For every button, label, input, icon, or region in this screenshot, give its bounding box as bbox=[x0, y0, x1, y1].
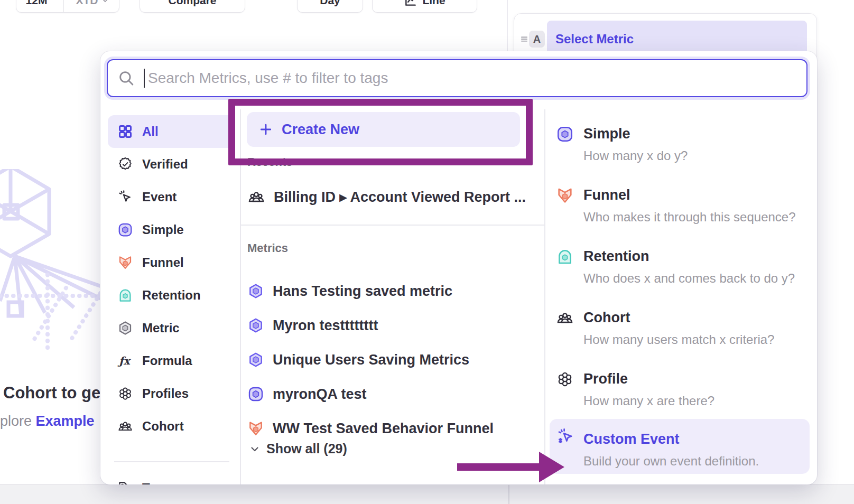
metric-type-custom-event[interactable]: Custom Event bbox=[583, 431, 680, 447]
grid-icon bbox=[117, 124, 133, 139]
recent-item-label: Billing ID ▸ Account Viewed Report ... bbox=[274, 189, 526, 206]
sidebar-item-simple[interactable]: Simple bbox=[108, 213, 235, 246]
sidebar-item-label: Verified bbox=[142, 157, 188, 172]
sidebar-item-label: Funnel bbox=[142, 255, 184, 270]
metric-type-funnel[interactable]: Funnel bbox=[583, 187, 630, 203]
sidebar-item-label: Tags bbox=[142, 481, 171, 484]
compare-label: Compare bbox=[168, 0, 216, 7]
svg-text:ƒx: ƒx bbox=[117, 354, 132, 367]
search-icon bbox=[117, 69, 135, 87]
footer-divider bbox=[508, 485, 509, 504]
range-12m-label: 12M bbox=[26, 0, 48, 7]
chart-type-button[interactable]: Line bbox=[372, 0, 477, 13]
metric-type-profile[interactable]: Profile bbox=[583, 371, 628, 387]
simple-metric-icon bbox=[556, 125, 574, 143]
saved-metric-hexagon-icon bbox=[247, 317, 264, 334]
metric-list-item[interactable]: Hans Testing saved metric bbox=[247, 280, 452, 302]
sidebar-item-verified[interactable]: Verified bbox=[108, 148, 235, 181]
chevron-down-icon bbox=[248, 443, 261, 455]
recent-item[interactable]: Billing ID ▸ Account Viewed Report ... bbox=[247, 186, 526, 208]
metric-type-retention[interactable]: Retention bbox=[583, 248, 649, 265]
line-chart-icon bbox=[404, 0, 417, 7]
simple-metric-icon bbox=[117, 222, 133, 238]
metric-type-retention-description: Who does x and comes back to do y? bbox=[583, 271, 795, 286]
column-divider-left bbox=[240, 109, 241, 484]
metric-type-cohort[interactable]: Cohort bbox=[583, 310, 630, 326]
show-all-toggle[interactable]: Show all (29) bbox=[248, 441, 347, 456]
granularity-button[interactable]: Day bbox=[297, 0, 363, 13]
range-12m-button[interactable]: 12M bbox=[14, 0, 59, 12]
granularity-label: Day bbox=[320, 0, 340, 7]
background-subline: plore Example bbox=[0, 413, 95, 430]
metric-type-custom-event-description: Build your own event definition. bbox=[583, 454, 759, 469]
sidebar-item-label: Metric bbox=[142, 321, 180, 335]
sidebar-item-label: Simple bbox=[142, 222, 184, 237]
profiles-flower-icon bbox=[117, 386, 133, 402]
metric-list-item[interactable]: myronQA test bbox=[247, 383, 367, 405]
annotation-highlight-rectangle bbox=[228, 99, 533, 165]
example-link[interactable]: Example bbox=[36, 413, 95, 429]
drag-handle-icon[interactable] bbox=[519, 34, 529, 44]
funnel-icon bbox=[247, 420, 264, 437]
cohort-people-icon bbox=[247, 188, 265, 206]
verified-badge-icon bbox=[117, 156, 133, 172]
profiles-flower-icon bbox=[556, 370, 574, 388]
metric-item-label: Hans Testing saved metric bbox=[273, 283, 452, 300]
event-cursor-icon bbox=[117, 189, 133, 205]
sidebar-item-funnel[interactable]: Funnel bbox=[108, 246, 235, 279]
background-headline-fragment: Cohort to ge bbox=[3, 384, 100, 403]
metric-type-cohort-description: How many users match x criteria? bbox=[583, 332, 774, 347]
sidebar-item-metric[interactable]: Metric bbox=[108, 312, 235, 344]
compare-button[interactable]: Compare bbox=[140, 0, 245, 13]
chart-type-label: Line bbox=[422, 0, 445, 7]
search-input[interactable] bbox=[147, 69, 797, 87]
range-xtd-button[interactable]: XTD bbox=[63, 0, 121, 12]
sidebar-item-all[interactable]: All bbox=[108, 115, 235, 148]
metric-type-funnel-description: Who makes it through this sequence? bbox=[583, 210, 796, 225]
sidebar-item-label: Formula bbox=[142, 353, 192, 368]
funnel-icon bbox=[556, 186, 574, 204]
saved-metric-hexagon-icon bbox=[247, 351, 264, 368]
sidebar-item-label: Cohort bbox=[142, 419, 184, 434]
metrics-header: Metrics bbox=[247, 241, 288, 255]
recents-divider bbox=[240, 225, 544, 226]
app-window: 12M XTD Compare Day Line A Select Metric bbox=[0, 0, 854, 504]
metric-type-simple[interactable]: Simple bbox=[583, 126, 630, 142]
text-cursor bbox=[144, 69, 145, 88]
sidebar-item-label: Event bbox=[142, 190, 177, 204]
metric-item-label: Myron testttttttt bbox=[273, 318, 378, 334]
custom-event-cursor-icon bbox=[556, 427, 575, 446]
metric-type-profile-description: How many x are there? bbox=[583, 394, 714, 408]
page-footer-strip bbox=[0, 484, 854, 504]
date-range-segmented-control[interactable]: 12M XTD bbox=[16, 0, 119, 13]
metric-type-simple-description: How many x do y? bbox=[583, 148, 688, 163]
retention-arch-icon bbox=[556, 248, 574, 266]
show-all-label: Show all (29) bbox=[266, 441, 347, 456]
metric-list-item[interactable]: Unique Users Saving Metrics bbox=[247, 349, 469, 371]
sidebar-item-retention[interactable]: Retention bbox=[108, 279, 235, 312]
sidebar-item-cohort[interactable]: Cohort bbox=[108, 410, 235, 443]
retention-arch-icon bbox=[117, 287, 133, 303]
tag-icon bbox=[117, 480, 133, 484]
metric-hexagon-icon bbox=[117, 320, 133, 336]
sidebar-item-profiles[interactable]: Profiles bbox=[108, 377, 235, 410]
metric-list-item[interactable]: WW Test Saved Behavior Funnel bbox=[247, 417, 494, 440]
background-subline-fragment: plore bbox=[0, 413, 36, 429]
simple-metric-icon bbox=[247, 386, 264, 403]
sidebar-item-formula[interactable]: ƒx Formula bbox=[108, 344, 235, 377]
sidebar-item-label: All bbox=[142, 124, 159, 139]
formula-fx-icon: ƒx bbox=[117, 353, 133, 369]
sidebar-divider bbox=[114, 461, 229, 462]
funnel-icon bbox=[117, 255, 133, 270]
sidebar-item-event[interactable]: Event bbox=[108, 181, 235, 213]
select-metric-label: Select Metric bbox=[555, 32, 634, 46]
caret-down-icon bbox=[101, 0, 109, 5]
cohort-people-icon bbox=[117, 418, 133, 434]
metric-search-box[interactable] bbox=[107, 59, 807, 97]
sidebar-item-label: Profiles bbox=[142, 386, 189, 401]
cohort-people-icon bbox=[556, 309, 574, 327]
sidebar-item-label: Retention bbox=[142, 288, 201, 303]
background-wireframe-illustration bbox=[0, 169, 106, 354]
metric-list-item[interactable]: Myron testttttttt bbox=[247, 314, 378, 337]
sidebar-item-tags[interactable]: Tags bbox=[108, 472, 235, 484]
